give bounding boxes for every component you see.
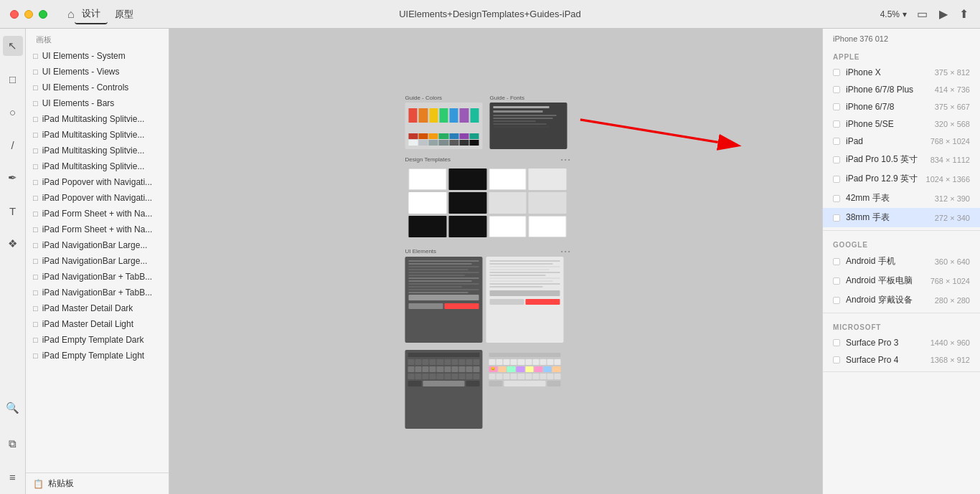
sidebar-item-icon: □ (33, 67, 38, 76)
line-tool[interactable]: / (3, 135, 23, 155)
sidebar-item[interactable]: □ iPad Master Detail Dark (26, 300, 169, 316)
nav-design-tab[interactable]: 设计 (75, 4, 108, 24)
sidebar-item-label: UI Elements - Views (42, 67, 120, 77)
ui-elements-section: UI Elements • • • (405, 248, 570, 343)
maximize-button[interactable] (39, 10, 47, 19)
device-size: 280 × 280 (935, 296, 970, 305)
sidebar-item-label: UI Elements - Controls (42, 82, 129, 92)
share-button[interactable]: ⬆ (958, 6, 970, 22)
home-button[interactable]: ⌂ (67, 8, 75, 21)
sidebar-item-icon: □ (33, 99, 38, 108)
device-item[interactable]: iPad 768 × 1024 (823, 133, 980, 150)
clipboard-label: 粘贴板 (48, 478, 74, 490)
sidebar-item[interactable]: □ iPad Multitasking Splitvie... (26, 127, 169, 143)
sidebar-item[interactable]: □ UI Elements - Bars (26, 95, 169, 111)
pen-tool[interactable]: ✒ (3, 168, 23, 188)
device-item[interactable]: Android 手机 360 × 640 (823, 252, 980, 271)
device-item[interactable]: iPhone X 375 × 812 (823, 64, 980, 81)
device-name: iPhone X (846, 67, 929, 77)
sidebar-item[interactable]: □ iPad NavigationBar Large... (26, 253, 169, 269)
sidebar-item-label: iPad Multitasking Splitvie... (42, 114, 145, 124)
nav-prototype-tab[interactable]: 原型 (108, 5, 141, 24)
sidebar-item[interactable]: □ iPad Multitasking Splitvie... (26, 111, 169, 127)
device-item[interactable]: iPhone 6/7/8 Plus 414 × 736 (823, 81, 980, 98)
sidebar-item-label: iPad Multitasking Splitvie... (42, 146, 145, 156)
sidebar-item[interactable]: □ iPad Form Sheet + with Na... (26, 206, 169, 222)
sidebar-item-icon: □ (33, 209, 38, 218)
device-name: iPad Pro 12.9 英寸 (846, 173, 920, 185)
device-size: 312 × 390 (935, 194, 970, 203)
clipboard-icon: 📋 (33, 479, 44, 489)
device-item[interactable]: Surface Pro 4 1368 × 912 (823, 351, 980, 369)
device-item[interactable]: 38mm 手表 272 × 340 (823, 208, 980, 227)
device-item[interactable]: Surface Pro 3 1440 × 960 (823, 334, 980, 351)
sidebar-item-label: iPad NavigationBar + TabB... (42, 288, 153, 298)
design-templates-section: Design Templates • • • (405, 156, 570, 241)
canvas-area[interactable]: Guide - Colors (169, 29, 822, 494)
sidebar: 画板 □ UI Elements - System □ UI Elements … (26, 29, 169, 494)
sidebar-item[interactable]: □ iPad NavigationBar + TabB... (26, 285, 169, 300)
sidebar-item[interactable]: □ iPad Multitasking Splitvie... (26, 143, 169, 158)
sidebar-item[interactable]: □ iPad NavigationBar + TabB... (26, 269, 169, 285)
sidebar-item-icon: □ (33, 130, 38, 139)
sidebar-item[interactable]: □ UI Elements - System (26, 48, 169, 64)
sidebar-item[interactable]: □ iPad Empty Template Dark (26, 332, 169, 348)
device-size: 1368 × 912 (930, 356, 970, 364)
device-item[interactable]: Android 穿戴设备 280 × 280 (823, 290, 980, 310)
sidebar-item[interactable]: □ iPad Popover with Navigati... (26, 190, 169, 206)
sidebar-item-icon: □ (33, 257, 38, 265)
sidebar-item-icon: □ (33, 115, 38, 123)
sidebar-item[interactable]: □ iPad Form Sheet + with Na... (26, 222, 169, 237)
minimize-button[interactable] (24, 10, 33, 19)
device-item[interactable]: iPhone 6/7/8 375 × 667 (823, 98, 980, 115)
sidebar-item[interactable]: □ iPad Multitasking Splitvie... (26, 158, 169, 174)
sidebar-item-label: UI Elements - System (42, 51, 126, 61)
device-size: 768 × 1024 (930, 137, 970, 146)
sidebar-item-label: iPad NavigationBar Large... (42, 256, 148, 266)
sidebar-item[interactable]: □ iPad Empty Template Light (26, 348, 169, 364)
sidebar-section-label: 画板 (26, 29, 169, 48)
sidebar-item[interactable]: □ iPad NavigationBar Large... (26, 237, 169, 253)
guide-fonts-thumb: Guide - Fonts (490, 95, 567, 149)
sidebar-item[interactable]: □ iPad Popover with Navigati... (26, 174, 169, 190)
search-tool[interactable]: 🔍 (3, 398, 23, 418)
clipboard-item[interactable]: 📋 粘贴板 (26, 472, 169, 494)
sidebar-item[interactable]: □ UI Elements - Views (26, 64, 169, 80)
device-preview-icon[interactable]: ▭ (915, 6, 929, 22)
sidebar-item-label: iPad Popover with Navigati... (42, 177, 152, 187)
play-button[interactable]: ▶ (938, 6, 949, 22)
zoom-value: 4.5% (880, 9, 900, 19)
right-panel: iPhone 376 012 APPLE iPhone X 375 × 812 … (822, 29, 980, 494)
layers-icon[interactable]: ⧉ (3, 434, 23, 454)
circle-tool[interactable]: ○ (3, 102, 23, 122)
sidebar-item[interactable]: □ iPad Master Detail Light (26, 316, 169, 332)
device-item[interactable]: Android 平板电脑 768 × 1024 (823, 271, 980, 290)
device-item[interactable]: iPad Pro 12.9 英寸 1024 × 1366 (823, 169, 980, 189)
device-dot (833, 103, 840, 110)
sidebar-item-label: iPad Master Detail Dark (42, 303, 133, 313)
sidebar-item-icon: □ (33, 83, 38, 92)
close-button[interactable] (10, 10, 19, 19)
device-name: 38mm 手表 (846, 212, 929, 224)
device-item[interactable]: iPad Pro 10.5 英寸 834 × 1112 (823, 150, 980, 169)
device-dot (833, 86, 840, 93)
sidebar-item-icon: □ (33, 194, 38, 202)
device-dot (833, 297, 840, 304)
svg-line-1 (580, 120, 718, 142)
iphone-size-label: iPhone 376 012 (823, 29, 980, 46)
sidebar-item[interactable]: □ UI Elements - Controls (26, 80, 169, 95)
device-item[interactable]: 42mm 手表 312 × 390 (823, 189, 980, 208)
text-tool[interactable]: T (3, 201, 23, 221)
component-tool[interactable]: ❖ (3, 234, 23, 254)
right-section-label: GOOGLE (823, 234, 980, 252)
zoom-control[interactable]: 4.5% ▾ (880, 9, 907, 19)
traffic-lights (0, 10, 47, 19)
device-item[interactable]: iPhone 5/SE 320 × 568 (823, 115, 980, 133)
device-size: 1024 × 1366 (926, 175, 970, 184)
sidebar-item-label: UI Elements - Bars (42, 98, 115, 108)
device-name: Android 平板电脑 (846, 275, 925, 287)
rectangle-tool[interactable]: □ (3, 69, 23, 89)
guide-colors-thumb: Guide - Colors (405, 95, 483, 149)
stack-icon[interactable]: ≡ (3, 467, 23, 487)
cursor-tool[interactable]: ↖ (3, 36, 23, 56)
